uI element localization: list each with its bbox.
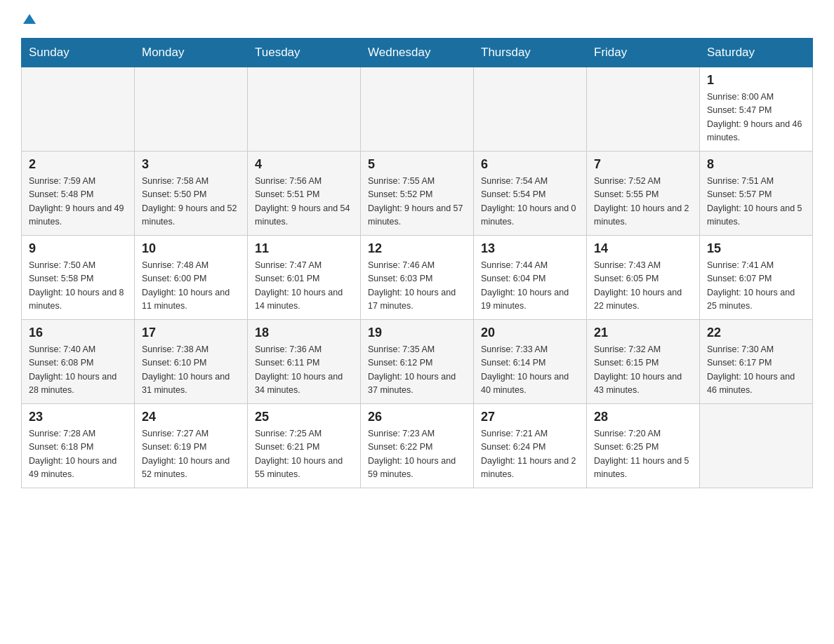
calendar-cell: 18Sunrise: 7:36 AM Sunset: 6:11 PM Dayli… bbox=[248, 320, 361, 404]
calendar-cell: 16Sunrise: 7:40 AM Sunset: 6:08 PM Dayli… bbox=[22, 320, 135, 404]
day-info: Sunrise: 7:59 AM Sunset: 5:48 PM Dayligh… bbox=[29, 175, 127, 229]
logo-triangle-icon bbox=[23, 14, 36, 24]
calendar-cell: 26Sunrise: 7:23 AM Sunset: 6:22 PM Dayli… bbox=[361, 404, 474, 488]
header bbox=[21, 14, 813, 27]
calendar-cell: 12Sunrise: 7:46 AM Sunset: 6:03 PM Dayli… bbox=[361, 236, 474, 320]
calendar-cell: 24Sunrise: 7:27 AM Sunset: 6:19 PM Dayli… bbox=[135, 404, 248, 488]
calendar-cell: 23Sunrise: 7:28 AM Sunset: 6:18 PM Dayli… bbox=[22, 404, 135, 488]
day-number: 5 bbox=[368, 157, 466, 172]
day-info: Sunrise: 8:00 AM Sunset: 5:47 PM Dayligh… bbox=[707, 90, 805, 145]
day-number: 6 bbox=[481, 157, 579, 172]
calendar-cell bbox=[587, 67, 700, 152]
calendar-cell: 25Sunrise: 7:25 AM Sunset: 6:21 PM Dayli… bbox=[248, 404, 361, 488]
calendar-cell: 1Sunrise: 8:00 AM Sunset: 5:47 PM Daylig… bbox=[700, 67, 813, 152]
logo bbox=[21, 14, 36, 27]
weekday-header-wednesday: Wednesday bbox=[361, 39, 474, 67]
week-row-3: 9Sunrise: 7:50 AM Sunset: 5:58 PM Daylig… bbox=[22, 236, 813, 320]
day-number: 21 bbox=[594, 326, 692, 340]
day-info: Sunrise: 7:47 AM Sunset: 6:01 PM Dayligh… bbox=[255, 259, 353, 314]
day-info: Sunrise: 7:28 AM Sunset: 6:18 PM Dayligh… bbox=[29, 427, 127, 482]
calendar-cell: 28Sunrise: 7:20 AM Sunset: 6:25 PM Dayli… bbox=[587, 404, 700, 488]
day-info: Sunrise: 7:51 AM Sunset: 5:57 PM Dayligh… bbox=[707, 175, 805, 229]
day-info: Sunrise: 7:48 AM Sunset: 6:00 PM Dayligh… bbox=[142, 259, 240, 314]
calendar-cell: 17Sunrise: 7:38 AM Sunset: 6:10 PM Dayli… bbox=[135, 320, 248, 404]
calendar-cell bbox=[474, 67, 587, 152]
day-number: 27 bbox=[481, 410, 579, 424]
calendar-cell: 21Sunrise: 7:32 AM Sunset: 6:15 PM Dayli… bbox=[587, 320, 700, 404]
day-info: Sunrise: 7:44 AM Sunset: 6:04 PM Dayligh… bbox=[481, 259, 579, 314]
calendar-cell: 27Sunrise: 7:21 AM Sunset: 6:24 PM Dayli… bbox=[474, 404, 587, 488]
day-number: 4 bbox=[255, 157, 353, 172]
day-number: 2 bbox=[29, 157, 127, 172]
day-info: Sunrise: 7:52 AM Sunset: 5:55 PM Dayligh… bbox=[594, 175, 692, 229]
calendar-cell: 7Sunrise: 7:52 AM Sunset: 5:55 PM Daylig… bbox=[587, 152, 700, 236]
day-number: 25 bbox=[255, 410, 353, 424]
calendar-cell bbox=[248, 67, 361, 152]
day-info: Sunrise: 7:32 AM Sunset: 6:15 PM Dayligh… bbox=[594, 343, 692, 398]
day-number: 19 bbox=[368, 326, 466, 340]
day-info: Sunrise: 7:54 AM Sunset: 5:54 PM Dayligh… bbox=[481, 175, 579, 229]
day-number: 8 bbox=[707, 157, 805, 172]
calendar-cell: 10Sunrise: 7:48 AM Sunset: 6:00 PM Dayli… bbox=[135, 236, 248, 320]
day-number: 1 bbox=[707, 73, 805, 88]
weekday-header-tuesday: Tuesday bbox=[248, 39, 361, 67]
calendar-cell: 2Sunrise: 7:59 AM Sunset: 5:48 PM Daylig… bbox=[22, 152, 135, 236]
calendar-cell bbox=[700, 404, 813, 488]
day-info: Sunrise: 7:36 AM Sunset: 6:11 PM Dayligh… bbox=[255, 343, 353, 398]
day-number: 16 bbox=[29, 326, 127, 340]
day-info: Sunrise: 7:55 AM Sunset: 5:52 PM Dayligh… bbox=[368, 175, 466, 229]
day-info: Sunrise: 7:20 AM Sunset: 6:25 PM Dayligh… bbox=[594, 427, 692, 482]
calendar-cell: 9Sunrise: 7:50 AM Sunset: 5:58 PM Daylig… bbox=[22, 236, 135, 320]
weekday-header-sunday: Sunday bbox=[22, 39, 135, 67]
day-info: Sunrise: 7:46 AM Sunset: 6:03 PM Dayligh… bbox=[368, 259, 466, 314]
calendar-cell: 20Sunrise: 7:33 AM Sunset: 6:14 PM Dayli… bbox=[474, 320, 587, 404]
day-info: Sunrise: 7:58 AM Sunset: 5:50 PM Dayligh… bbox=[142, 175, 240, 229]
week-row-4: 16Sunrise: 7:40 AM Sunset: 6:08 PM Dayli… bbox=[22, 320, 813, 404]
day-info: Sunrise: 7:50 AM Sunset: 5:58 PM Dayligh… bbox=[29, 259, 127, 314]
day-info: Sunrise: 7:23 AM Sunset: 6:22 PM Dayligh… bbox=[368, 427, 466, 482]
day-info: Sunrise: 7:25 AM Sunset: 6:21 PM Dayligh… bbox=[255, 427, 353, 482]
day-number: 26 bbox=[368, 410, 466, 424]
day-number: 13 bbox=[481, 241, 579, 256]
day-number: 11 bbox=[255, 241, 353, 256]
calendar-cell: 13Sunrise: 7:44 AM Sunset: 6:04 PM Dayli… bbox=[474, 236, 587, 320]
day-number: 17 bbox=[142, 326, 240, 340]
day-number: 28 bbox=[594, 410, 692, 424]
calendar-cell: 6Sunrise: 7:54 AM Sunset: 5:54 PM Daylig… bbox=[474, 152, 587, 236]
day-number: 3 bbox=[142, 157, 240, 172]
calendar-cell bbox=[361, 67, 474, 152]
day-number: 12 bbox=[368, 241, 466, 256]
week-row-1: 1Sunrise: 8:00 AM Sunset: 5:47 PM Daylig… bbox=[22, 67, 813, 152]
day-info: Sunrise: 7:41 AM Sunset: 6:07 PM Dayligh… bbox=[707, 259, 805, 314]
calendar-cell: 5Sunrise: 7:55 AM Sunset: 5:52 PM Daylig… bbox=[361, 152, 474, 236]
day-info: Sunrise: 7:27 AM Sunset: 6:19 PM Dayligh… bbox=[142, 427, 240, 482]
calendar-cell: 15Sunrise: 7:41 AM Sunset: 6:07 PM Dayli… bbox=[700, 236, 813, 320]
day-number: 20 bbox=[481, 326, 579, 340]
calendar-cell bbox=[135, 67, 248, 152]
weekday-header-thursday: Thursday bbox=[474, 39, 587, 67]
day-number: 15 bbox=[707, 241, 805, 256]
day-number: 9 bbox=[29, 241, 127, 256]
day-info: Sunrise: 7:56 AM Sunset: 5:51 PM Dayligh… bbox=[255, 175, 353, 229]
day-number: 23 bbox=[29, 410, 127, 424]
day-info: Sunrise: 7:30 AM Sunset: 6:17 PM Dayligh… bbox=[707, 343, 805, 398]
week-row-2: 2Sunrise: 7:59 AM Sunset: 5:48 PM Daylig… bbox=[22, 152, 813, 236]
weekday-header-row: SundayMondayTuesdayWednesdayThursdayFrid… bbox=[22, 39, 813, 67]
day-info: Sunrise: 7:35 AM Sunset: 6:12 PM Dayligh… bbox=[368, 343, 466, 398]
weekday-header-friday: Friday bbox=[587, 39, 700, 67]
calendar-cell: 22Sunrise: 7:30 AM Sunset: 6:17 PM Dayli… bbox=[700, 320, 813, 404]
day-info: Sunrise: 7:38 AM Sunset: 6:10 PM Dayligh… bbox=[142, 343, 240, 398]
calendar-cell: 3Sunrise: 7:58 AM Sunset: 5:50 PM Daylig… bbox=[135, 152, 248, 236]
weekday-header-saturday: Saturday bbox=[700, 39, 813, 67]
week-row-5: 23Sunrise: 7:28 AM Sunset: 6:18 PM Dayli… bbox=[22, 404, 813, 488]
calendar-cell: 19Sunrise: 7:35 AM Sunset: 6:12 PM Dayli… bbox=[361, 320, 474, 404]
calendar-cell: 4Sunrise: 7:56 AM Sunset: 5:51 PM Daylig… bbox=[248, 152, 361, 236]
day-info: Sunrise: 7:33 AM Sunset: 6:14 PM Dayligh… bbox=[481, 343, 579, 398]
calendar-cell: 11Sunrise: 7:47 AM Sunset: 6:01 PM Dayli… bbox=[248, 236, 361, 320]
calendar-cell: 14Sunrise: 7:43 AM Sunset: 6:05 PM Dayli… bbox=[587, 236, 700, 320]
calendar-table: SundayMondayTuesdayWednesdayThursdayFrid… bbox=[21, 38, 813, 488]
day-info: Sunrise: 7:21 AM Sunset: 6:24 PM Dayligh… bbox=[481, 427, 579, 482]
day-number: 14 bbox=[594, 241, 692, 256]
day-info: Sunrise: 7:40 AM Sunset: 6:08 PM Dayligh… bbox=[29, 343, 127, 398]
calendar-cell bbox=[22, 67, 135, 152]
